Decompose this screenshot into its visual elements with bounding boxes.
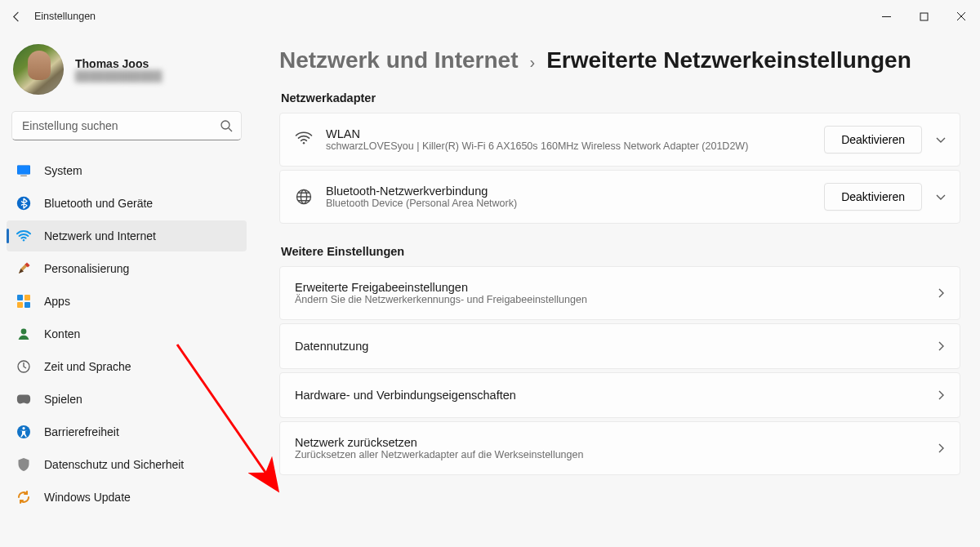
profile-email: ████████████ bbox=[75, 70, 162, 82]
sidebar-item-label: Zeit und Sprache bbox=[44, 360, 131, 373]
adapter-bluetooth[interactable]: Bluetooth-Netzwerkverbindung Bluetooth D… bbox=[279, 170, 960, 224]
search-input[interactable] bbox=[22, 119, 220, 132]
profile-block[interactable]: Thomas Joos ████████████ bbox=[7, 33, 247, 108]
sidebar-item-system[interactable]: System bbox=[7, 155, 247, 186]
chevron-right-icon bbox=[935, 340, 947, 352]
chevron-down-icon[interactable] bbox=[935, 191, 947, 202]
sidebar-item-label: Windows Update bbox=[44, 491, 131, 504]
sidebar-item-label: Konten bbox=[44, 327, 80, 340]
svg-point-15 bbox=[303, 142, 305, 144]
setting-subtitle: Zurücksetzen aller Netzwerkadapter auf d… bbox=[295, 449, 922, 460]
svg-point-1 bbox=[221, 121, 229, 129]
network-adapter-list: WLAN schwarzLOVESyou | Killer(R) Wi-Fi 6… bbox=[279, 113, 960, 224]
chevron-down-icon[interactable] bbox=[935, 134, 947, 145]
setting-data-usage[interactable]: Datennutzung bbox=[279, 323, 960, 369]
setting-title: Hardware- und Verbindungseigenschaften bbox=[295, 389, 922, 402]
setting-sharing[interactable]: Erweiterte Freigabeeinstellungen Ändern … bbox=[279, 266, 960, 320]
sidebar-item-time-language[interactable]: Zeit und Sprache bbox=[7, 351, 247, 382]
setting-title: Erweiterte Freigabeeinstellungen bbox=[295, 281, 922, 294]
paintbrush-icon bbox=[16, 261, 31, 276]
avatar bbox=[13, 44, 64, 95]
monitor-icon bbox=[16, 163, 31, 178]
chevron-right-icon bbox=[935, 442, 947, 454]
setting-title: Datennutzung bbox=[295, 340, 922, 353]
sidebar-item-label: Netzwerk und Internet bbox=[44, 229, 156, 242]
chevron-right-icon bbox=[935, 287, 947, 299]
person-icon bbox=[16, 327, 31, 341]
window-buttons bbox=[867, 0, 980, 33]
setting-title: Netzwerk zurücksetzen bbox=[295, 436, 922, 449]
sidebar-item-network[interactable]: Netzwerk und Internet bbox=[7, 220, 247, 251]
clock-globe-icon bbox=[16, 359, 31, 374]
deactivate-button[interactable]: Deaktivieren bbox=[824, 126, 922, 153]
breadcrumb-prev[interactable]: Netzwerk und Internet bbox=[279, 47, 518, 73]
search-icon bbox=[220, 119, 233, 132]
adapter-title: Bluetooth-Netzwerkverbindung bbox=[326, 185, 811, 198]
gamepad-icon bbox=[16, 392, 31, 407]
bluetooth-icon bbox=[16, 196, 31, 211]
minimize-button[interactable] bbox=[867, 0, 905, 33]
sidebar-item-label: System bbox=[44, 164, 82, 177]
svg-rect-8 bbox=[24, 295, 30, 300]
wifi-icon bbox=[16, 229, 31, 243]
sidebar-item-gaming[interactable]: Spielen bbox=[7, 384, 247, 415]
sidebar-item-privacy[interactable]: Datenschutz und Sicherheit bbox=[7, 449, 247, 480]
sidebar-item-accounts[interactable]: Konten bbox=[7, 318, 247, 349]
maximize-button[interactable] bbox=[905, 0, 942, 33]
sidebar-item-label: Bluetooth und Geräte bbox=[44, 197, 153, 210]
accessibility-icon bbox=[16, 425, 31, 439]
main-content: Netzwerk und Internet › Erweiterte Netzw… bbox=[253, 33, 980, 547]
app-title: Einstellungen bbox=[34, 11, 96, 22]
update-icon bbox=[16, 490, 31, 505]
settings-window: Einstellungen Thomas Joos ████████████ bbox=[0, 0, 980, 547]
svg-rect-7 bbox=[17, 295, 23, 300]
svg-rect-10 bbox=[24, 302, 30, 308]
setting-network-reset[interactable]: Netzwerk zurücksetzen Zurücksetzen aller… bbox=[279, 421, 960, 475]
deactivate-button[interactable]: Deaktivieren bbox=[824, 183, 922, 211]
sidebar-item-bluetooth[interactable]: Bluetooth und Geräte bbox=[7, 188, 247, 219]
sidebar-item-personalization[interactable]: Personalisierung bbox=[7, 253, 247, 284]
title-bar: Einstellungen bbox=[0, 0, 980, 33]
profile-name: Thomas Joos bbox=[75, 57, 162, 70]
sidebar-item-accessibility[interactable]: Barrierefreiheit bbox=[7, 416, 247, 447]
svg-rect-4 bbox=[20, 176, 27, 176]
sidebar: Thomas Joos ████████████ System Bluetoot… bbox=[0, 33, 253, 547]
adapter-subtitle: schwarzLOVESyou | Killer(R) Wi-Fi 6 AX16… bbox=[326, 140, 811, 152]
further-settings-list: Erweiterte Freigabeeinstellungen Ändern … bbox=[279, 266, 960, 475]
sidebar-item-label: Apps bbox=[44, 295, 70, 308]
setting-subtitle: Ändern Sie die Netzwerkerkennungs- und F… bbox=[295, 294, 922, 305]
svg-rect-3 bbox=[17, 166, 29, 174]
sidebar-item-label: Datenschutz und Sicherheit bbox=[44, 458, 184, 471]
breadcrumb: Netzwerk und Internet › Erweiterte Netzw… bbox=[279, 47, 960, 73]
setting-hardware-properties[interactable]: Hardware- und Verbindungseigenschaften bbox=[279, 372, 960, 418]
svg-point-14 bbox=[22, 427, 24, 429]
back-button[interactable] bbox=[0, 0, 33, 33]
search-box[interactable] bbox=[11, 111, 242, 140]
adapter-subtitle: Bluetooth Device (Personal Area Network) bbox=[326, 198, 811, 209]
chevron-right-icon: › bbox=[529, 53, 535, 72]
sidebar-item-windows-update[interactable]: Windows Update bbox=[7, 482, 247, 513]
adapter-title: WLAN bbox=[326, 127, 811, 140]
section-title-adapters: Netzwerkadapter bbox=[281, 91, 960, 105]
sidebar-item-apps[interactable]: Apps bbox=[7, 286, 247, 317]
close-button[interactable] bbox=[942, 0, 980, 33]
chevron-right-icon bbox=[935, 389, 947, 401]
svg-rect-9 bbox=[17, 302, 23, 308]
sidebar-nav: System Bluetooth und Geräte Netzwerk und… bbox=[7, 155, 247, 513]
sidebar-item-label: Spielen bbox=[44, 393, 82, 406]
bluetooth-network-icon bbox=[295, 188, 313, 206]
page-title: Erweiterte Netzwerkeinstellungen bbox=[546, 47, 911, 73]
sidebar-item-label: Barrierefreiheit bbox=[44, 425, 119, 438]
adapter-wlan[interactable]: WLAN schwarzLOVESyou | Killer(R) Wi-Fi 6… bbox=[279, 113, 960, 167]
wifi-icon bbox=[295, 131, 313, 149]
shield-icon bbox=[16, 457, 31, 472]
svg-point-6 bbox=[23, 239, 24, 241]
section-title-further: Weitere Einstellungen bbox=[281, 245, 960, 258]
svg-point-11 bbox=[21, 329, 27, 335]
svg-rect-0 bbox=[920, 13, 928, 20]
sidebar-item-label: Personalisierung bbox=[44, 262, 129, 275]
apps-icon bbox=[16, 294, 31, 309]
